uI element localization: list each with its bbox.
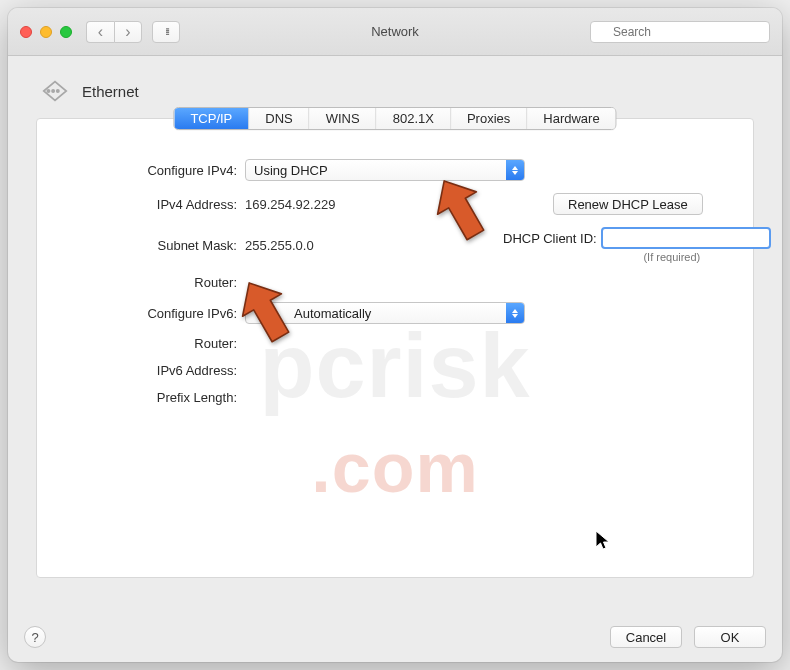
tab-dns[interactable]: DNS [249, 108, 309, 129]
settings-panel: TCP/IP DNS WINS 802.1X Proxies Hardware … [36, 118, 754, 578]
minimize-window-button[interactable] [40, 26, 52, 38]
dhcp-client-id-label: DHCP Client ID: [503, 231, 597, 246]
prefix-length-label: Prefix Length: [67, 390, 237, 405]
grid-icon: ⁞⁞⁞ [165, 26, 168, 37]
chevron-right-icon: › [125, 23, 130, 41]
forward-button[interactable]: › [114, 21, 142, 43]
dhcp-client-id-hint: (If required) [503, 251, 771, 263]
watermark-domain: .com [311, 429, 478, 507]
configure-ipv4-select[interactable]: Using DHCP [245, 159, 525, 181]
all-prefs-button[interactable]: ⁞⁞⁞ [152, 21, 180, 43]
network-window: ‹ › ⁞⁞⁞ Network Ethernet TCP/IP DNS WINS… [8, 8, 782, 662]
router-label: Router: [67, 275, 237, 290]
configure-ipv6-value: Automatically [254, 306, 371, 321]
search-wrap [590, 21, 770, 43]
dialog-footer: ? Cancel OK [24, 626, 766, 648]
updown-icon [506, 303, 524, 323]
window-controls [20, 26, 72, 38]
tab-wins[interactable]: WINS [310, 108, 377, 129]
subnet-mask-value: 255.255.0.0 [245, 238, 525, 253]
updown-icon [506, 160, 524, 180]
search-input[interactable] [590, 21, 770, 43]
tab-proxies[interactable]: Proxies [451, 108, 527, 129]
ok-button[interactable]: OK [694, 626, 766, 648]
svg-point-3 [52, 90, 54, 92]
renew-dhcp-lease-button[interactable]: Renew DHCP Lease [553, 193, 703, 215]
configure-ipv4-label: Configure IPv4: [67, 163, 237, 178]
svg-point-2 [47, 90, 49, 92]
close-window-button[interactable] [20, 26, 32, 38]
configure-ipv4-value: Using DHCP [254, 163, 328, 178]
ipv6-address-label: IPv6 Address: [67, 363, 237, 378]
back-button[interactable]: ‹ [86, 21, 114, 43]
router6-label: Router: [67, 336, 237, 351]
titlebar: ‹ › ⁞⁞⁞ Network [8, 8, 782, 56]
ipv4-address-value: 169.254.92.229 [245, 197, 525, 212]
tab-bar: TCP/IP DNS WINS 802.1X Proxies Hardware [173, 107, 616, 130]
svg-point-4 [57, 90, 59, 92]
chevron-left-icon: ‹ [98, 23, 103, 41]
subnet-mask-label: Subnet Mask: [67, 238, 237, 253]
cancel-button[interactable]: Cancel [610, 626, 682, 648]
pane-title: Ethernet [82, 83, 139, 100]
ethernet-icon [40, 76, 70, 106]
tcpip-form: Configure IPv4: Using DHCP IPv4 Address:… [37, 119, 753, 405]
nav-back-forward: ‹ › [86, 21, 142, 43]
configure-ipv6-label: Configure IPv6: [67, 306, 237, 321]
dhcp-client-id-input[interactable] [601, 227, 771, 249]
tab-8021x[interactable]: 802.1X [377, 108, 451, 129]
tab-hardware[interactable]: Hardware [527, 108, 615, 129]
tab-tcpip[interactable]: TCP/IP [174, 108, 249, 129]
zoom-window-button[interactable] [60, 26, 72, 38]
help-button[interactable]: ? [24, 626, 46, 648]
ipv4-address-label: IPv4 Address: [67, 197, 237, 212]
configure-ipv6-select[interactable]: Automatically [245, 302, 525, 324]
